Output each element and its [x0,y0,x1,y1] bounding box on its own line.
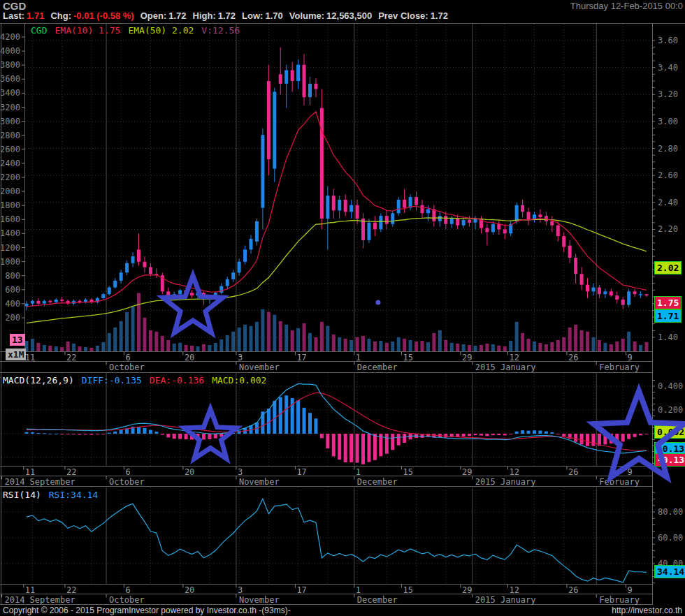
quote-stat: Last:1.71 [3,10,44,21]
x-tick-label: 3 [238,585,243,595]
quote-stat: High:1.72 [193,10,236,21]
x-tick-label: 15 [403,467,412,477]
x-tick-label: 17 [296,353,306,362]
month-label: October [109,477,145,487]
rsi-plot-area[interactable] [1,487,652,584]
svg-text:2800: 2800 [0,131,20,140]
ema50-price-badge: 2.02 [654,261,682,274]
rsi-legend: RSI(14)RSI:34.14 [3,490,106,500]
stat-value: 12,563,500 [326,10,372,21]
svg-text:4000: 4000 [0,46,20,56]
macd-plot-area[interactable] [1,373,652,466]
x-tick-label: 9 [627,585,632,595]
x-tick-label: 22 [66,353,76,362]
x-tick-label: 12 [510,467,519,477]
svg-text:4200: 4200 [0,32,20,42]
main-plot-area[interactable] [25,23,652,351]
x-tick-label: 6 [125,353,130,362]
svg-text:600: 600 [5,285,20,295]
svg-text:0.200: 0.200 [658,405,683,415]
svg-text:1600: 1600 [0,214,20,224]
stat-value: 1.72 [168,10,186,21]
x-tick-label: 26 [568,467,578,477]
quote-stat: Prev Close:1.72 [378,10,448,21]
svg-text:1.40: 1.40 [658,332,678,342]
svg-text:80.00: 80.00 [658,507,683,517]
ema10-price-badge: 1.75 [654,296,682,309]
month-label: November [239,595,280,605]
legend-ema50: EMA(50) 2.02 [128,25,194,36]
stat-label: Last: [3,10,24,21]
quote-stat: Volume:12,563,500 [289,10,372,21]
rsi-title: RSI(14) [3,490,41,500]
svg-text:1400: 1400 [0,228,20,238]
x-tick-label: 22 [66,585,76,595]
x-tick-label: 9 [627,467,632,477]
svg-text:3.60: 3.60 [658,36,678,45]
quote-stats-row: Last:1.71Chg:-0.01 (-0.58 %)Open:1.72Hig… [3,10,454,21]
trading-app-window: 3.603.403.203.002.802.602.402.201.601.40… [0,0,685,616]
quote-stat: Chg:-0.01 (-0.58 %) [50,10,134,21]
month-label: December [357,362,398,372]
svg-text:2.40: 2.40 [658,198,678,207]
stat-value: 1.71 [27,10,44,21]
svg-text:2000: 2000 [0,186,20,196]
x-tick-label: 26 [568,353,578,362]
svg-text:1800: 1800 [0,200,20,210]
month-label: 2015 January [475,595,536,605]
month-label: February [599,477,640,487]
x-tick-label: 6 [125,467,130,477]
stat-label: Volume: [289,10,324,21]
svg-text:3000: 3000 [0,117,20,126]
x-tick-label: 9 [627,353,632,362]
x-tick-label: 15 [403,585,412,595]
x-tick-label: 20 [185,585,194,595]
svg-text:400: 400 [5,299,20,309]
x-tick-label: 22 [66,467,76,477]
svg-text:2400: 2400 [0,159,20,168]
stat-label: High: [193,10,216,21]
last-price-badge: 1.71 [654,309,682,323]
x-tick-label: 15 [403,353,412,362]
stat-label: Prev Close: [378,10,428,21]
x-tick-label: 3 [238,467,243,477]
svg-text:3600: 3600 [0,74,20,84]
legend-volume: V:12.56 [201,25,240,36]
macd-title: MACD(12,26,9) [3,375,74,386]
svg-text:3400: 3400 [0,88,20,98]
footer-url[interactable]: http://investor.co.th [612,606,682,615]
main-chart-legend: CGDEMA(10) 1.75EMA(50) 2.02V:12.56 [31,25,247,36]
svg-text:1000: 1000 [0,257,20,267]
stat-value: 1.72 [218,10,236,21]
svg-text:3800: 3800 [0,60,20,70]
stat-value: 1.72 [431,10,448,21]
svg-text:2.60: 2.60 [658,170,678,180]
stat-value: -0.01 (-0.58 %) [73,10,134,21]
legend-ema10: EMA(10) 1.75 [55,25,120,36]
month-label: November [239,477,280,487]
svg-text:2600: 2600 [0,145,20,154]
x-tick-label: 17 [296,585,306,595]
macd-badge: 0.002 [654,425,685,439]
svg-text:800: 800 [5,271,20,281]
svg-text:3.00: 3.00 [658,117,678,126]
month-label: November [239,362,280,372]
month-label: October [109,595,145,605]
svg-text:3.20: 3.20 [658,89,678,99]
volume-badge: 13 [10,334,25,346]
stat-label: Open: [140,10,167,21]
month-label: December [357,477,398,487]
x-tick-label: 1 [356,353,361,362]
svg-text:0.400: 0.400 [658,381,683,391]
svg-text:1200: 1200 [0,243,20,253]
month-label: 2015 January [475,362,536,372]
svg-text:3200: 3200 [0,103,20,112]
dea-badge: -0.136 [654,453,685,467]
volume-unit-badge: x1M [6,349,26,360]
month-label: October [109,362,145,372]
x-tick-label: 1 [356,585,361,595]
month-label: February [599,595,640,605]
status-bar: Copyright © 2006 - 2015 ProgramInvestor … [0,605,685,616]
macd-diff-value: DIFF:-0.135 [82,375,142,386]
x-tick-label: 12 [510,585,519,595]
